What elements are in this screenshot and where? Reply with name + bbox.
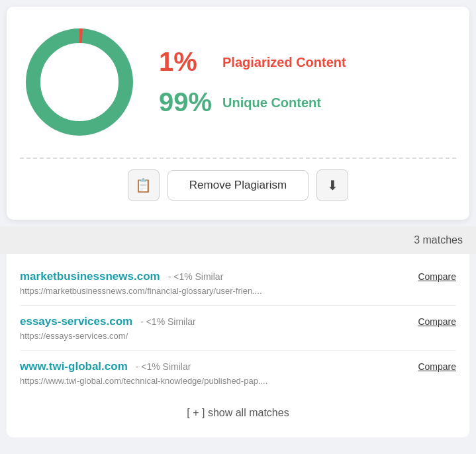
stats-section: 1% Plagiarized Content 99% Unique Conten… [159,47,346,117]
show-all-button[interactable]: [ + ] show all matches [187,407,289,419]
result-url-0: https://marketbusinessnews.com/financial… [20,286,456,296]
report-icon-button[interactable]: 📋 [128,169,160,201]
compare-button-0[interactable]: Compare [418,271,456,282]
donut-svg [20,23,139,142]
remove-plagiarism-button[interactable]: Remove Plagiarism [167,170,309,201]
result-similarity-1: - <1% Similar [140,316,196,327]
result-domain-2[interactable]: www.twi-global.com [20,360,128,373]
result-item: www.twi-global.com - <1% Similar Compare… [20,351,456,395]
show-all-section: [ + ] show all matches [20,395,456,424]
result-domain-0[interactable]: marketbusinessnews.com [20,270,160,283]
result-item: essays-services.com - <1% Similar Compar… [20,306,456,351]
result-top-1: essays-services.com - <1% Similar Compar… [20,315,456,328]
plagiarized-stat: 1% Plagiarized Content [159,47,346,77]
result-item: marketbusinessnews.com - <1% Similar Com… [20,261,456,306]
compare-button-1[interactable]: Compare [418,316,456,327]
main-card: 1% Plagiarized Content 99% Unique Conten… [7,7,469,220]
result-similarity-2: - <1% Similar [136,361,191,372]
compare-button-2[interactable]: Compare [418,361,456,372]
unique-percent: 99% [159,87,212,117]
result-top-0: marketbusinessnews.com - <1% Similar Com… [20,270,456,283]
result-url-2: https://www.twi-global.com/technical-kno… [20,376,456,386]
unique-stat: 99% Unique Content [159,87,346,117]
svg-point-0 [33,36,126,128]
unique-label: Unique Content [222,95,321,111]
result-domain-1[interactable]: essays-services.com [20,315,132,328]
report-icon: 📋 [135,177,152,193]
plagiarized-label: Plagiarized Content [222,54,346,70]
results-list: marketbusinessnews.com - <1% Similar Com… [20,261,456,395]
donut-chart [20,23,139,142]
matches-bar: 3 matches [0,226,476,254]
top-section: 1% Plagiarized Content 99% Unique Conten… [20,23,456,155]
download-icon: ⬇ [327,177,338,193]
result-url-1: https://essays-services.com/ [20,331,456,341]
matches-count: 3 matches [414,234,463,246]
section-divider [20,158,456,159]
results-section: marketbusinessnews.com - <1% Similar Com… [7,254,469,437]
result-top-2: www.twi-global.com - <1% Similar Compare [20,360,456,373]
plagiarized-percent: 1% [159,47,212,77]
action-bar: 📋 Remove Plagiarism ⬇ [20,169,456,206]
result-similarity-0: - <1% Similar [168,271,224,282]
download-icon-button[interactable]: ⬇ [316,169,348,201]
